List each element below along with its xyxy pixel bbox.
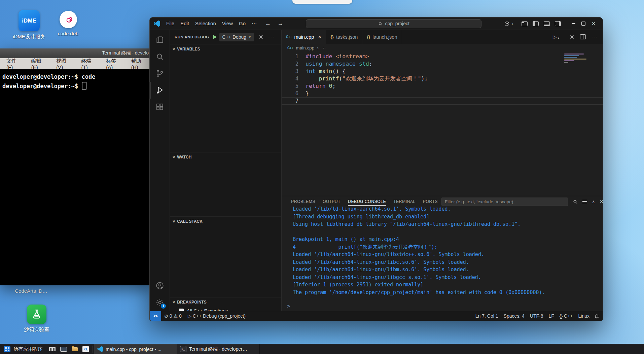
section-header[interactable]: ∨WATCH [170, 152, 281, 162]
menubar-item-view[interactable]: View [219, 19, 236, 28]
breadcrumb-more[interactable]: ⋯ [321, 45, 326, 50]
account-icon[interactable] [150, 277, 170, 294]
taskbar-task[interactable]: main.cpp - cpp_project - ... [94, 344, 177, 354]
menubar-item-selection[interactable]: Selection [192, 19, 219, 28]
panel-tab-ports[interactable]: PORTS [419, 196, 441, 207]
terminal-menu-item[interactable]: 视图(V) [52, 58, 77, 70]
chevron-down-icon: ∨ [172, 219, 176, 223]
menubar-item-go[interactable]: Go [236, 19, 249, 28]
command-center[interactable]: cpp_project [306, 19, 481, 28]
taskbar-task[interactable]: Terminal 终端 - developer… [177, 344, 260, 354]
notifications-bell-icon[interactable] [594, 314, 599, 319]
tab-close-icon[interactable]: × [318, 34, 321, 40]
desktop-icon-codearts[interactable]: CodeArts ID… [7, 288, 56, 294]
keyboard-icon[interactable] [47, 344, 58, 354]
vscode-titlebar[interactable]: FileEditSelectionViewGo⋯ ← → cpp_project… [150, 17, 603, 30]
debug-config-dropdown[interactable]: C++ Debug ∨ [219, 33, 254, 41]
section-header[interactable]: ∨BREAKPOINTS [170, 297, 281, 307]
menubar-item-file[interactable]: File [163, 19, 177, 28]
code-line[interactable]: 3int main() { [282, 68, 603, 75]
panel-tab-output[interactable]: OUTPUT [319, 196, 344, 207]
nav-forward-icon[interactable]: → [278, 20, 283, 27]
terminal-menu-item[interactable]: 编辑(E) [27, 58, 52, 70]
status-item-lf[interactable]: LF [546, 313, 557, 319]
start-debug-icon[interactable] [213, 35, 217, 39]
debug-settings-gear-icon[interactable] [258, 34, 264, 40]
editor-column: C++main.cpp×{}tasks.json{}launch.json▷∨·… [282, 30, 603, 311]
status-item-spaces-4[interactable]: Spaces: 4 [501, 313, 527, 319]
panel-tab-problems[interactable]: PROBLEMS [287, 196, 319, 207]
all-apps-button[interactable]: 所有应用程序 [0, 344, 47, 354]
panel-tab-debug-console[interactable]: DEBUG CONSOLE [344, 196, 390, 207]
chevron-down-icon: ∨ [249, 35, 251, 39]
more-actions-icon[interactable]: ··· [268, 34, 275, 40]
assistant-icon[interactable]: ∨ [504, 21, 513, 27]
debug-status[interactable]: ▷ C++ Debug (cpp_project) [185, 311, 249, 321]
breakpoint-item[interactable]: All C++ Exceptions [170, 307, 281, 311]
code-line[interactable]: 1#include <iostream> [282, 53, 603, 60]
status-item-linux[interactable]: Linux [576, 313, 592, 319]
maximize-panel-icon[interactable]: ∧ [592, 199, 595, 204]
files-icon[interactable] [69, 344, 80, 354]
search-icon[interactable] [150, 48, 170, 65]
split-editor-icon[interactable] [580, 34, 586, 39]
terminal-titlebar[interactable]: Terminal 终端 - develo [0, 48, 152, 58]
code-editor[interactable]: 1#include <iostream>2using namespace std… [282, 52, 603, 196]
minimap[interactable] [564, 54, 598, 63]
maximize-button[interactable] [578, 19, 588, 28]
run-or-debug-icon[interactable]: ▷∨ [553, 34, 560, 40]
console-input[interactable]: > [282, 302, 603, 311]
monitor-icon[interactable] [58, 344, 69, 354]
desktop-icon-idme[interactable]: iDME iDME设计服务 [8, 10, 50, 40]
console-lines-icon[interactable] [582, 200, 587, 204]
more-actions-icon[interactable]: ··· [591, 34, 598, 40]
menubar-item-edit[interactable]: Edit [177, 19, 192, 28]
search-icon[interactable] [80, 344, 91, 354]
toggle-panel-icon[interactable] [544, 21, 550, 26]
settings-gear-icon[interactable]: 1 [150, 294, 170, 311]
menubar-item-more[interactable]: ⋯ [249, 19, 260, 28]
terminal-menu-item[interactable]: 标签(A) [102, 58, 127, 70]
close-panel-icon[interactable]: × [600, 198, 603, 205]
terminal-menu-item[interactable]: 文件(F) [2, 58, 27, 70]
toggle-sidebar-icon[interactable] [533, 21, 539, 26]
tab-launch-json[interactable]: {}launch.json [362, 30, 402, 44]
nav-back-icon[interactable]: ← [265, 20, 271, 27]
code-line[interactable]: 4 printf("欢迎来到华为云开发者空间！"); [282, 75, 603, 82]
desktop-icon-codedeb[interactable]: code.deb [50, 11, 86, 36]
breadcrumb-file[interactable]: main.cpp [296, 45, 314, 50]
status-item-ln-7-col-1[interactable]: Ln 7, Col 1 [473, 313, 501, 319]
tab-main-cpp[interactable]: C++main.cpp× [282, 30, 326, 44]
status-item-utf-8[interactable]: UTF-8 [527, 313, 546, 319]
code-line[interactable]: 5return 0; [282, 82, 603, 90]
breadcrumb[interactable]: C++ main.cpp › ⋯ [282, 44, 603, 52]
run-and-debug-icon[interactable] [150, 82, 170, 99]
minimize-button[interactable] [568, 19, 578, 28]
section-header[interactable]: ∨CALL STACK [170, 217, 281, 226]
terminal-content[interactable]: developer@developer:~$ codedeveloper@dev… [0, 69, 152, 285]
remote-indicator[interactable]: >< [150, 311, 161, 321]
panel-tab-terminal[interactable]: TERMINAL [390, 196, 419, 207]
problems-status[interactable]: ⊘ 0 ⚠ 0 [161, 311, 185, 321]
find-icon[interactable] [573, 199, 578, 204]
tab-tasks-json[interactable]: {}tasks.json [326, 30, 362, 44]
source-control-icon[interactable] [150, 65, 170, 82]
extensions-icon[interactable] [150, 99, 170, 115]
section-header[interactable]: ∨VARIABLES [170, 44, 281, 54]
desktop-icon-sandbox[interactable]: 沙箱实验室 [15, 305, 59, 333]
status-item-c[interactable]: {} C++ [557, 313, 576, 319]
terminal-menu-item[interactable]: 终端(T) [77, 58, 102, 70]
debug-console[interactable]: Loaded '/lib/ld-linux-aarch64.so.1'. Sym… [282, 207, 603, 311]
code-line[interactable]: 7 [282, 97, 603, 105]
explorer-icon[interactable] [150, 31, 170, 48]
checkbox[interactable] [179, 309, 184, 311]
terminal-menu-item[interactable]: 帮助(H) [127, 58, 152, 70]
editor-gear-icon[interactable] [569, 34, 575, 40]
toggle-secondary-sidebar-icon[interactable] [555, 21, 561, 26]
top-panel-handle[interactable] [292, 0, 352, 4]
code-line[interactable]: 2using namespace std; [282, 60, 603, 68]
code-line[interactable]: 6} [282, 90, 603, 97]
customize-layout-icon[interactable] [522, 21, 528, 26]
console-filter-input[interactable] [441, 198, 568, 206]
close-button[interactable]: × [588, 19, 599, 28]
